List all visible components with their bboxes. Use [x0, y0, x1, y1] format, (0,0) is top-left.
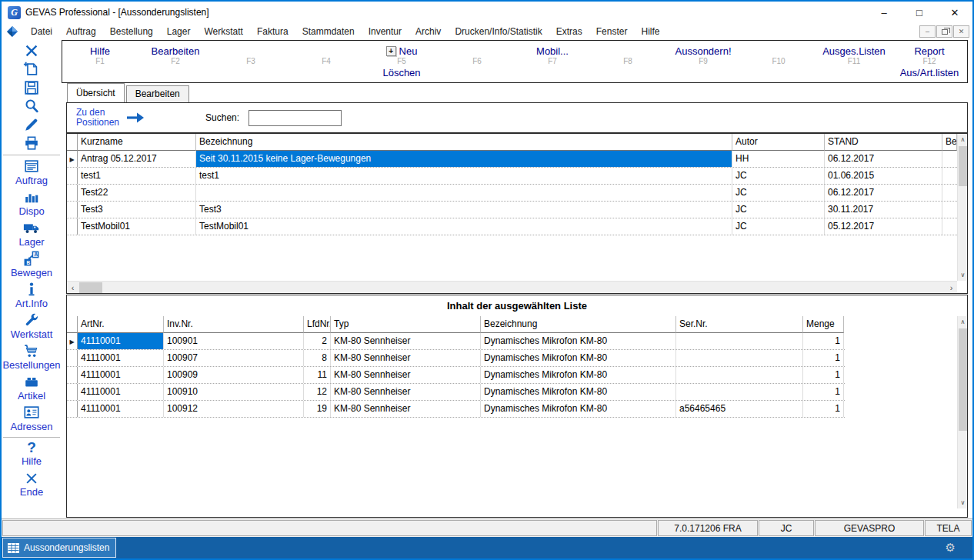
- search-icon[interactable]: [23, 97, 40, 115]
- column-header-typ[interactable]: Typ: [331, 316, 481, 333]
- menu-stammdaten[interactable]: Stammdaten: [295, 24, 362, 39]
- sidebar-item-artinfo[interactable]: Art.Info: [2, 281, 62, 312]
- menu-drucken-info-statistik[interactable]: Drucken/Info/Statistik: [448, 24, 549, 39]
- column-header-artnr[interactable]: ArtNr.: [78, 316, 164, 333]
- menu-hilfe[interactable]: Hilfe: [634, 24, 666, 39]
- sidebar-item-label: Lager: [18, 236, 44, 248]
- menu-datei[interactable]: Datei: [24, 24, 59, 39]
- save-icon[interactable]: [23, 78, 40, 97]
- toolbar-f7-mobil[interactable]: Mobil...F7: [515, 41, 590, 82]
- app-icon: G: [8, 6, 21, 19]
- selected-list-contents: Inhalt der ausgewählten Liste ArtNr. Inv…: [66, 295, 968, 518]
- scrollbar-thumb[interactable]: [959, 328, 967, 431]
- close-icon[interactable]: ✕: [937, 2, 972, 23]
- close-icon[interactable]: [23, 42, 40, 60]
- toolbar-f6: F6: [439, 41, 515, 82]
- mdi-restore-icon[interactable]: [936, 25, 952, 38]
- sidebar-item-adressen[interactable]: Adressen: [2, 404, 62, 435]
- sidebar-item-auftrag[interactable]: Auftrag: [2, 158, 62, 188]
- scroll-down-icon[interactable]: [958, 497, 968, 508]
- edit-icon[interactable]: [23, 115, 40, 134]
- column-header-stand[interactable]: STAND: [825, 134, 942, 151]
- vertical-scrollbar[interactable]: [957, 134, 967, 281]
- column-header-kurzname[interactable]: Kurzname: [78, 134, 196, 151]
- gear-icon[interactable]: [946, 541, 956, 555]
- tab-strip: Übersicht Bearbeiten: [67, 82, 191, 102]
- sidebar-item-hilfe[interactable]: ? Hilfe: [2, 440, 62, 471]
- minimize-icon[interactable]: –: [866, 2, 902, 23]
- scroll-right-icon[interactable]: [946, 282, 957, 294]
- table-row[interactable]: 41110001 100901 2 KM-80 Sennheiser Dynam…: [67, 333, 845, 350]
- table-row[interactable]: 41110001 100909 11 KM-80 Sennheiser Dyna…: [67, 367, 845, 384]
- mdi-close-icon[interactable]: ✕: [953, 25, 969, 38]
- new-document-icon[interactable]: [23, 60, 40, 78]
- horizontal-scrollbar[interactable]: [67, 281, 957, 293]
- tab-uebersicht[interactable]: Übersicht: [67, 83, 125, 102]
- toolbar-f5-neu-loeschen[interactable]: +NeuF5Löschen: [364, 41, 439, 82]
- toolbar-f2-bearbeiten[interactable]: BearbeitenF2: [138, 41, 213, 82]
- table-row[interactable]: test1 test1 JC 01.06.2015: [67, 168, 957, 185]
- statusbar-station: TELA: [925, 520, 972, 536]
- toolbar-f11-ausgeslisten[interactable]: Ausges.ListenF11: [816, 41, 892, 82]
- goto-positions-button[interactable]: Zu den Positionen: [76, 108, 119, 128]
- column-header-sernr[interactable]: Ser.Nr.: [676, 316, 803, 333]
- column-header-ber[interactable]: Ber: [942, 134, 957, 151]
- table-row[interactable]: Test3 Test3 JC 30.11.2017: [67, 202, 957, 218]
- print-icon[interactable]: [23, 134, 40, 152]
- mdi-minimize-icon[interactable]: –: [919, 25, 936, 38]
- scroll-up-icon[interactable]: [958, 316, 968, 328]
- column-header-bezeichnung[interactable]: Bezeichnung: [196, 134, 732, 151]
- sidebar-item-dispo[interactable]: Dispo: [2, 188, 62, 219]
- sidebar-item-label: Bewegen: [11, 267, 52, 278]
- table-row[interactable]: Test22 JC 06.12.2017: [67, 185, 957, 202]
- menu-inventur[interactable]: Inventur: [362, 24, 409, 39]
- column-header-bezeichnung[interactable]: Bezeichnung: [481, 316, 676, 333]
- table-row[interactable]: 41110001 100910 12 KM-80 Sennheiser Dyna…: [67, 384, 845, 401]
- items-table-header: ArtNr. Inv.Nr. LfdNr. Typ Bezeichnung Se…: [67, 316, 845, 333]
- sidebar-item-lager[interactable]: Lager: [2, 219, 62, 250]
- menu-fenster[interactable]: Fenster: [589, 24, 635, 39]
- table-row[interactable]: 41110001 100912 19 KM-80 Sennheiser Dyna…: [67, 401, 845, 418]
- vertical-scrollbar[interactable]: [957, 316, 967, 508]
- maximize-icon[interactable]: □: [902, 2, 937, 23]
- menu-faktura[interactable]: Faktura: [250, 24, 295, 39]
- column-header-menge[interactable]: Menge: [803, 316, 844, 333]
- search-input[interactable]: [249, 110, 342, 126]
- toolbar-f9-aussondern[interactable]: Aussondern!F9: [665, 41, 741, 82]
- scrollbar-thumb[interactable]: [79, 282, 102, 293]
- sidebar-item-label: Ende: [20, 486, 43, 498]
- table-row[interactable]: TestMobil01 TestMobil01 JC 05.12.2017: [67, 218, 957, 235]
- table-row[interactable]: Antrag 05.12.2017 Seit 30.11.2015 keine …: [67, 151, 957, 168]
- window-title: GEVAS Professional - [Aussonderungsliste…: [25, 7, 209, 18]
- sidebar-item-artikel[interactable]: Artikel: [2, 373, 62, 404]
- menu-lager[interactable]: Lager: [160, 24, 198, 39]
- column-header-lfdnr[interactable]: LfdNr.: [304, 316, 331, 333]
- sidebar-item-ende[interactable]: Ende: [2, 471, 62, 502]
- scroll-up-icon[interactable]: [958, 134, 968, 145]
- scroll-left-icon[interactable]: [67, 282, 78, 294]
- menu-extras[interactable]: Extras: [549, 24, 589, 39]
- titlebar: G GEVAS Professional - [Aussonderungslis…: [2, 2, 972, 23]
- menu-bestellung[interactable]: Bestellung: [103, 24, 160, 39]
- scroll-down-icon[interactable]: [958, 269, 968, 281]
- column-header-autor[interactable]: Autor: [732, 134, 825, 151]
- statusbar: 7.0.171206 FRA JC GEVASPRO TELA: [2, 518, 972, 537]
- scrollbar-thumb[interactable]: [959, 146, 967, 186]
- table-row[interactable]: 41110001 100907 8 KM-80 Sennheiser Dynam…: [67, 350, 845, 367]
- row-indicator-icon: [69, 153, 74, 164]
- menu-archiv[interactable]: Archiv: [409, 24, 448, 39]
- menu-auftrag[interactable]: Auftrag: [59, 24, 103, 39]
- column-header-invnr[interactable]: Inv.Nr.: [164, 316, 304, 333]
- sidebar-item-label: Auftrag: [15, 175, 48, 186]
- taskbar-button-aussonderungslisten[interactable]: Aussonderungslisten: [2, 538, 116, 558]
- sidebar-item-bewegen[interactable]: AB Bewegen: [2, 250, 62, 281]
- toolbar-f1-hilfe[interactable]: HilfeF1: [62, 41, 138, 82]
- sidebar-item-werkstatt[interactable]: Werkstatt: [2, 312, 62, 342]
- tab-bearbeiten[interactable]: Bearbeiten: [126, 85, 189, 102]
- sidebar-item-bestellungen[interactable]: Bestellungen: [2, 342, 62, 373]
- menu-werkstatt[interactable]: Werkstatt: [197, 24, 249, 39]
- sidebar: Auftrag Dispo Lager AB Bewegen Art.Info …: [2, 40, 62, 518]
- svg-text:A: A: [34, 252, 38, 257]
- toolbar-f4: F4: [289, 41, 364, 82]
- toolbar-f12-report[interactable]: ReportF12Aus/Art.listen: [892, 41, 967, 82]
